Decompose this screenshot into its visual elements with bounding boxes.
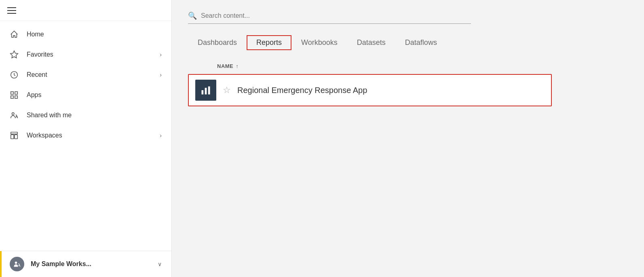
tab-workbooks[interactable]: Workbooks (291, 35, 347, 50)
sidebar-nav: Home Favorites › Recent › (0, 21, 171, 251)
svg-point-10 (15, 262, 17, 264)
sidebar-item-workspaces[interactable]: Workspaces › (0, 125, 171, 146)
sidebar-recent-label: Recent (27, 71, 152, 78)
hamburger-menu-button[interactable] (7, 7, 16, 14)
svg-rect-12 (205, 88, 207, 94)
svg-rect-3 (15, 92, 17, 94)
svg-rect-2 (11, 92, 13, 94)
favorite-star-icon[interactable]: ☆ (223, 85, 231, 95)
workspace-avatar (10, 257, 24, 271)
sidebar-item-recent[interactable]: Recent › (0, 65, 171, 85)
svg-rect-8 (11, 135, 14, 139)
svg-point-6 (12, 113, 15, 115)
workspace-name-label: My Sample Works... (31, 260, 151, 268)
tab-datasets[interactable]: Datasets (347, 35, 395, 50)
svg-rect-7 (11, 132, 18, 134)
svg-rect-11 (202, 90, 204, 95)
svg-rect-4 (11, 96, 13, 98)
tab-dashboards[interactable]: Dashboards (188, 35, 247, 50)
report-name-label: Regional Emergency Response App (237, 86, 545, 95)
report-row[interactable]: ☆ Regional Emergency Response App (188, 74, 552, 106)
search-bar: 🔍 (188, 11, 471, 24)
sort-arrow-icon: ↑ (236, 63, 239, 69)
sidebar-item-apps[interactable]: Apps (0, 85, 171, 105)
table-header: NAME ↑ (188, 60, 628, 72)
sidebar-item-favorites[interactable]: Favorites › (0, 44, 171, 65)
svg-rect-13 (208, 87, 210, 95)
sidebar: Home Favorites › Recent › (0, 0, 172, 277)
workspace-accent-bar (0, 251, 2, 277)
favorites-chevron-icon: › (160, 51, 162, 58)
search-icon: 🔍 (188, 11, 197, 20)
svg-rect-5 (15, 96, 17, 98)
sidebar-item-home[interactable]: Home (0, 24, 171, 44)
svg-marker-0 (11, 51, 18, 58)
shared-icon (10, 111, 19, 120)
name-column-header[interactable]: NAME ↑ (217, 63, 239, 69)
report-bar-chart-icon (200, 85, 211, 96)
workspaces-icon (10, 131, 19, 140)
recent-chevron-icon: › (160, 72, 162, 78)
tab-dataflows[interactable]: Dataflows (395, 35, 447, 50)
sidebar-shared-label: Shared with me (27, 112, 162, 119)
sidebar-bottom: My Sample Works... ∨ (0, 251, 171, 277)
tabs-row: Dashboards Reports Workbooks Datasets Da… (188, 35, 628, 50)
sidebar-workspaces-label: Workspaces (27, 132, 152, 139)
main-content: 🔍 Dashboards Reports Workbooks Datasets … (172, 0, 644, 277)
recent-icon (10, 70, 19, 79)
sidebar-home-label: Home (27, 31, 162, 38)
sidebar-favorites-label: Favorites (27, 51, 152, 58)
sidebar-item-shared[interactable]: Shared with me (0, 105, 171, 125)
workspaces-chevron-icon: › (160, 132, 162, 139)
workspace-item[interactable]: My Sample Works... ∨ (0, 251, 171, 277)
sidebar-apps-label: Apps (27, 91, 162, 99)
tab-reports[interactable]: Reports (247, 35, 291, 50)
home-icon (10, 30, 19, 39)
workspace-chevron-icon: ∨ (158, 261, 162, 267)
search-input[interactable] (201, 12, 363, 19)
svg-rect-9 (15, 135, 17, 139)
apps-icon (10, 91, 19, 99)
sidebar-top-bar (0, 0, 171, 21)
favorites-icon (10, 50, 19, 59)
report-icon-box (195, 80, 216, 101)
